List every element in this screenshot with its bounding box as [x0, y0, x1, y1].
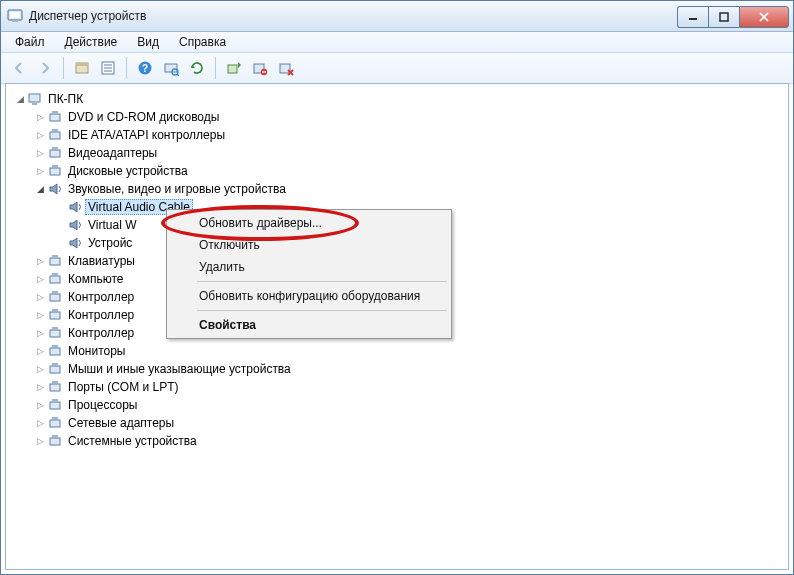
- device-category-icon: [48, 397, 64, 413]
- svg-rect-8: [76, 63, 88, 66]
- ctx-update-drivers[interactable]: Обновить драйверы...: [169, 212, 449, 234]
- menu-help[interactable]: Справка: [171, 33, 234, 51]
- chevron-right-icon[interactable]: ▷: [34, 309, 46, 321]
- tree-category[interactable]: ▷Мониторы: [34, 342, 784, 360]
- svg-rect-53: [50, 438, 60, 445]
- svg-rect-33: [50, 258, 60, 265]
- ctx-separator: [197, 310, 447, 311]
- forward-button[interactable]: [33, 56, 57, 80]
- tree-category-label: Компьюте: [68, 272, 123, 286]
- ctx-properties[interactable]: Свойства: [169, 314, 449, 336]
- ctx-delete[interactable]: Удалить: [169, 256, 449, 278]
- tree-category-label: Контроллер: [68, 290, 134, 304]
- refresh-button[interactable]: [185, 56, 209, 80]
- svg-rect-37: [50, 294, 60, 301]
- tree-category-label: DVD и CD-ROM дисководы: [68, 110, 219, 124]
- chevron-right-icon[interactable]: ▷: [34, 165, 46, 177]
- app-icon: [7, 8, 23, 24]
- tree-category[interactable]: ▷Мыши и иные указывающие устройства: [34, 360, 784, 378]
- context-menu: Обновить драйверы... Отключить Удалить О…: [166, 209, 452, 339]
- svg-rect-39: [50, 312, 60, 319]
- chevron-right-icon[interactable]: ▷: [34, 381, 46, 393]
- update-driver-button[interactable]: [222, 56, 246, 80]
- svg-rect-52: [52, 417, 58, 420]
- tree-category[interactable]: ▷Видеоадаптеры: [34, 144, 784, 162]
- chevron-right-icon[interactable]: ▷: [34, 255, 46, 267]
- svg-rect-15: [165, 64, 177, 72]
- menu-view[interactable]: Вид: [129, 33, 167, 51]
- tree-device-label: Virtual W: [88, 218, 136, 232]
- tree-category-label: Дисковые устройства: [68, 164, 188, 178]
- minimize-button[interactable]: [677, 6, 708, 28]
- tree-category-label: Контроллер: [68, 308, 134, 322]
- sound-device-icon: [68, 199, 84, 215]
- tree-category[interactable]: ▷Сетевые адаптеры: [34, 414, 784, 432]
- tree-category[interactable]: ▷Дисковые устройства: [34, 162, 784, 180]
- svg-rect-54: [52, 435, 58, 438]
- device-category-icon: [48, 289, 64, 305]
- disable-device-button[interactable]: [248, 56, 272, 80]
- device-category-icon: [48, 163, 64, 179]
- chevron-right-icon[interactable]: ▷: [34, 345, 46, 357]
- device-category-icon: [48, 181, 64, 197]
- properties-toolbar-button[interactable]: [96, 56, 120, 80]
- chevron-right-icon[interactable]: ▷: [34, 417, 46, 429]
- device-category-icon: [48, 361, 64, 377]
- svg-rect-18: [228, 65, 237, 73]
- tree-category-label: IDE ATA/ATAPI контроллеры: [68, 128, 225, 142]
- chevron-right-icon[interactable]: ▷: [34, 363, 46, 375]
- device-category-icon: [48, 145, 64, 161]
- tree-category[interactable]: ▷Системные устройства: [34, 432, 784, 450]
- show-hidden-button[interactable]: [70, 56, 94, 80]
- toolbar-separator: [63, 57, 64, 79]
- chevron-right-icon[interactable]: ▷: [34, 147, 46, 159]
- help-toolbar-button[interactable]: ?: [133, 56, 157, 80]
- chevron-right-icon[interactable]: ▷: [34, 273, 46, 285]
- device-category-icon: [48, 109, 64, 125]
- svg-rect-34: [52, 255, 58, 258]
- menu-file[interactable]: Файл: [7, 33, 53, 51]
- device-category-icon: [48, 325, 64, 341]
- chevron-right-icon[interactable]: ▷: [34, 399, 46, 411]
- chevron-right-icon[interactable]: ▷: [34, 111, 46, 123]
- menu-action[interactable]: Действие: [57, 33, 126, 51]
- maximize-button[interactable]: [708, 6, 739, 28]
- chevron-right-icon[interactable]: ▷: [34, 291, 46, 303]
- scan-hardware-button[interactable]: [159, 56, 183, 80]
- svg-rect-25: [50, 114, 60, 121]
- chevron-right-icon[interactable]: ▷: [34, 327, 46, 339]
- back-button[interactable]: [7, 56, 31, 80]
- tree-category[interactable]: ▷Процессоры: [34, 396, 784, 414]
- svg-rect-41: [50, 330, 60, 337]
- tree-spacer: [54, 237, 66, 249]
- device-category-icon: [48, 433, 64, 449]
- svg-rect-29: [50, 150, 60, 157]
- tree-root-label: ПК-ПК: [48, 92, 83, 106]
- svg-rect-36: [52, 273, 58, 276]
- svg-rect-2: [12, 20, 18, 22]
- chevron-down-icon[interactable]: ◢: [34, 183, 46, 195]
- uninstall-device-button[interactable]: [274, 56, 298, 80]
- ctx-disable[interactable]: Отключить: [169, 234, 449, 256]
- tree-category[interactable]: ◢Звуковые, видео и игровые устройства: [34, 180, 784, 198]
- svg-rect-35: [50, 276, 60, 283]
- device-category-icon: [48, 415, 64, 431]
- tree-root[interactable]: ◢ ПК-ПК: [14, 90, 784, 108]
- tree-category-label: Контроллер: [68, 326, 134, 340]
- toolbar-separator: [126, 57, 127, 79]
- tree-category-label: Мыши и иные указывающие устройства: [68, 362, 291, 376]
- tree-category[interactable]: ▷IDE ATA/ATAPI контроллеры: [34, 126, 784, 144]
- chevron-right-icon[interactable]: ▷: [34, 129, 46, 141]
- tree-category[interactable]: ▷DVD и CD-ROM дисководы: [34, 108, 784, 126]
- tree-category-label: Звуковые, видео и игровые устройства: [68, 182, 286, 196]
- sound-device-icon: [68, 217, 84, 233]
- chevron-right-icon[interactable]: ▷: [34, 435, 46, 447]
- tree-category-label: Системные устройства: [68, 434, 197, 448]
- expander-icon[interactable]: ◢: [14, 93, 26, 105]
- menubar: Файл Действие Вид Справка: [1, 32, 793, 53]
- ctx-rescan-hardware[interactable]: Обновить конфигурацию оборудования: [169, 285, 449, 307]
- tree-category-label: Мониторы: [68, 344, 125, 358]
- tree-category[interactable]: ▷Порты (COM и LPT): [34, 378, 784, 396]
- svg-rect-38: [52, 291, 58, 294]
- close-button[interactable]: [739, 6, 789, 28]
